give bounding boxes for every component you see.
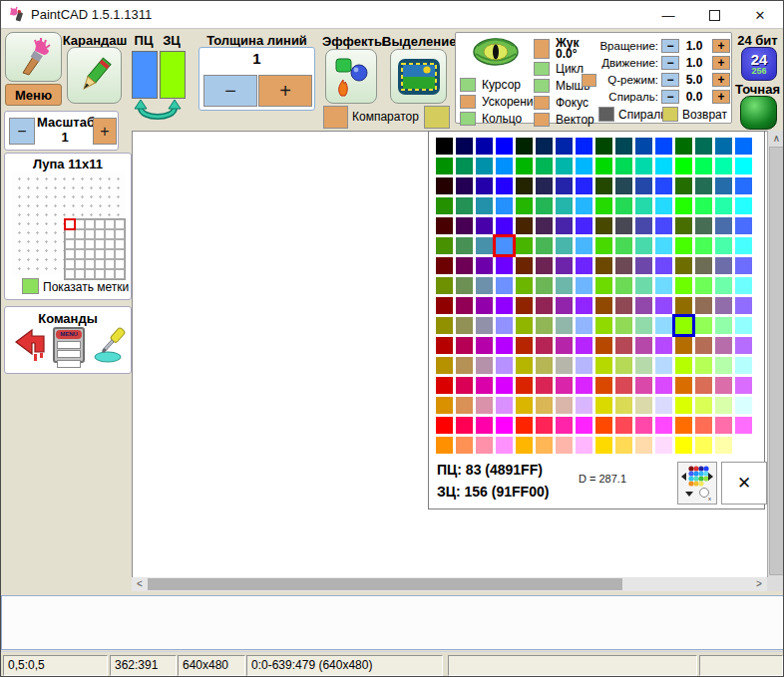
palette-cell[interactable] [496, 197, 513, 214]
param-swatch[interactable] [460, 112, 476, 126]
palette-cell[interactable] [635, 357, 652, 374]
palette-cell[interactable] [595, 197, 612, 214]
palette-cell[interactable] [675, 377, 692, 394]
palette-cell[interactable] [516, 357, 533, 374]
palette-cell[interactable] [576, 377, 592, 394]
palette-cell[interactable] [635, 397, 652, 414]
palette-cell[interactable] [715, 277, 732, 294]
palette-cell[interactable] [476, 237, 493, 254]
palette-cell[interactable] [496, 417, 513, 434]
swap-colors-button[interactable] [133, 100, 183, 127]
palette-cell[interactable] [675, 177, 692, 194]
thickness-plus-button[interactable]: + [258, 75, 312, 107]
palette-cell[interactable] [556, 158, 573, 174]
palette-cell[interactable] [635, 197, 652, 214]
param-swatch[interactable] [534, 96, 550, 110]
palette-cell[interactable] [695, 337, 712, 354]
palette-cell[interactable] [715, 417, 732, 434]
palette-cell[interactable] [516, 277, 533, 294]
palette-cell[interactable] [735, 277, 752, 294]
palette-cell[interactable] [436, 217, 453, 234]
palette-cell[interactable] [595, 297, 612, 314]
palette-cell[interactable] [595, 317, 612, 334]
palette-cell[interactable] [595, 138, 612, 155]
palette-cell[interactable] [496, 317, 513, 334]
palette-cell[interactable] [456, 397, 473, 414]
palette-cell[interactable] [615, 158, 632, 174]
palette-cell[interactable] [536, 397, 553, 414]
palette-cell[interactable] [576, 417, 592, 434]
palette-cell[interactable] [456, 337, 473, 354]
palette-cell[interactable] [516, 297, 533, 314]
palette-cell[interactable] [735, 377, 752, 394]
palette-cell[interactable] [576, 297, 592, 314]
palette-cell[interactable] [476, 277, 493, 294]
palette-cell[interactable] [675, 257, 692, 274]
palette-cell[interactable] [675, 357, 692, 374]
palette-cell[interactable] [655, 237, 672, 254]
palette-cell[interactable] [655, 297, 672, 314]
palette-cell[interactable] [436, 337, 453, 354]
primary-color-swatch[interactable] [132, 51, 158, 99]
palette-cell[interactable] [496, 277, 513, 294]
effects-button[interactable] [325, 49, 377, 104]
thickness-minus-button[interactable]: − [203, 75, 257, 107]
palette-cell[interactable] [595, 357, 612, 374]
palette-cell[interactable] [576, 337, 592, 354]
maximize-button[interactable] [691, 1, 737, 29]
palette-cell[interactable] [675, 397, 692, 414]
palette-cell[interactable] [516, 337, 533, 354]
palette-cell[interactable] [476, 197, 493, 214]
palette-cell[interactable] [496, 257, 513, 274]
palette-cell[interactable] [496, 437, 513, 454]
palette-cell[interactable] [516, 317, 533, 334]
show-marks-checkbox[interactable] [22, 278, 39, 294]
spinner-plus-button[interactable]: + [712, 56, 730, 70]
palette-cell[interactable] [615, 217, 632, 234]
palette-cell[interactable] [695, 197, 712, 214]
palette-cell[interactable] [576, 397, 592, 414]
palette-cell[interactable] [576, 237, 592, 254]
palette-cell[interactable] [675, 237, 692, 254]
palette-cell[interactable] [476, 437, 493, 454]
palette-cell[interactable] [556, 138, 573, 155]
palette-cell[interactable] [635, 138, 652, 155]
palette-cell[interactable] [615, 297, 632, 314]
palette-cell[interactable] [655, 217, 672, 234]
palette-cell[interactable] [655, 277, 672, 294]
palette-cell[interactable] [536, 377, 553, 394]
palette-cell[interactable] [655, 317, 672, 334]
palette-cell[interactable] [615, 257, 632, 274]
palette-cell[interactable] [675, 277, 692, 294]
palette-cell[interactable] [516, 217, 533, 234]
palette-cell[interactable] [715, 158, 732, 174]
palette-cell[interactable] [476, 397, 493, 414]
palette-cell[interactable] [476, 317, 493, 334]
palette-cell[interactable] [476, 138, 493, 155]
palette-cell[interactable] [715, 317, 732, 334]
spinner-plus-button[interactable]: + [712, 73, 730, 87]
palette-cell[interactable] [695, 257, 712, 274]
secondary-color-swatch[interactable] [160, 51, 186, 99]
palette-cell[interactable] [695, 217, 712, 234]
palette-cell[interactable] [655, 437, 672, 454]
palette-cell[interactable] [436, 377, 453, 394]
palette-cell[interactable] [595, 397, 612, 414]
palette-cell[interactable] [715, 397, 732, 414]
palette-cell[interactable] [615, 357, 632, 374]
color-depth-button[interactable]: 24 256 [741, 47, 777, 81]
palette-cell[interactable] [735, 317, 752, 334]
vertical-scroll-thumb[interactable] [769, 147, 784, 575]
palette-cell[interactable] [735, 197, 752, 214]
spinner-minus-button[interactable]: − [661, 90, 679, 104]
palette-cell[interactable] [595, 277, 612, 294]
palette-cell[interactable] [516, 257, 533, 274]
palette-cell[interactable] [436, 297, 453, 314]
palette-cell[interactable] [715, 217, 732, 234]
palette-cell[interactable] [536, 337, 553, 354]
palette-cell[interactable] [735, 217, 752, 234]
palette-cell[interactable] [576, 217, 592, 234]
scroll-right-icon[interactable]: > [752, 577, 766, 591]
palette-cell[interactable] [715, 237, 732, 254]
palette-cell[interactable] [715, 337, 732, 354]
